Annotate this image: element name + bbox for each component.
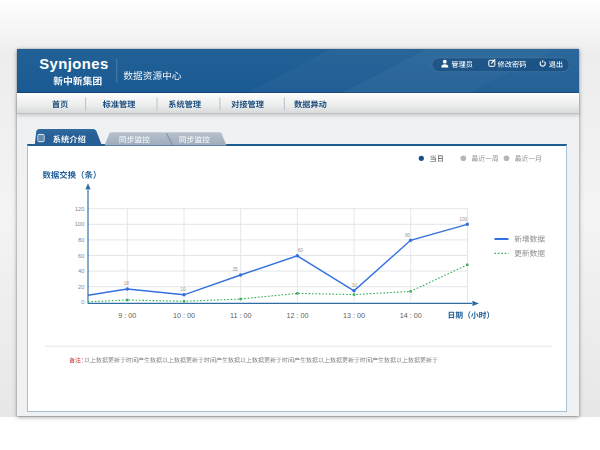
svg-text:0: 0 — [81, 299, 84, 305]
svg-text:10 : 00: 10 : 00 — [173, 311, 195, 320]
svg-text:60: 60 — [78, 253, 84, 259]
svg-text:35: 35 — [232, 267, 238, 272]
svg-text:10: 10 — [352, 283, 358, 288]
svg-text:9 : 00: 9 : 00 — [118, 311, 136, 320]
svg-text:18: 18 — [124, 281, 130, 286]
svg-text:60: 60 — [298, 248, 304, 253]
svg-text:80: 80 — [405, 233, 411, 238]
svg-text:100: 100 — [459, 217, 467, 222]
svg-text:40: 40 — [78, 268, 84, 274]
svg-text:11 : 00: 11 : 00 — [230, 311, 251, 320]
svg-text:120: 120 — [75, 206, 85, 212]
svg-text:13 : 00: 13 : 00 — [343, 311, 365, 320]
svg-text:10: 10 — [180, 287, 186, 292]
svg-text:20: 20 — [78, 284, 84, 290]
svg-text:Synjones: Synjones — [39, 56, 108, 72]
svg-text:14 : 00: 14 : 00 — [400, 311, 422, 320]
svg-text:12 : 00: 12 : 00 — [286, 311, 308, 320]
svg-text:80: 80 — [78, 237, 84, 243]
svg-text:100: 100 — [75, 221, 85, 227]
